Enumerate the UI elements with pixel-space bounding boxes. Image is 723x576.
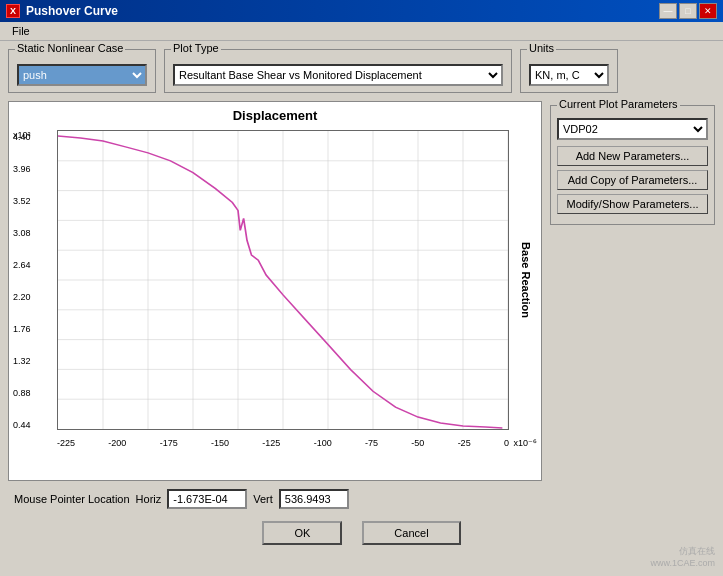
minimize-button[interactable]: —	[659, 3, 677, 19]
mouse-pointer-bar: Mouse Pointer Location Horiz Vert	[8, 485, 542, 513]
y-tick-6: 3.08	[13, 228, 57, 238]
units-label: Units	[527, 42, 556, 54]
current-plot-select[interactable]: VDP02	[557, 118, 708, 140]
current-plot-group: Current Plot Parameters VDP02 Add New Pa…	[550, 105, 715, 225]
x-tick-8: -25	[458, 438, 471, 448]
chart-area: Displacement x10³ 0.44 0.88 1.32 1.76 2.…	[8, 101, 715, 513]
chart-wrapper: Displacement x10³ 0.44 0.88 1.32 1.76 2.…	[8, 101, 542, 513]
x-tick-2: -175	[160, 438, 178, 448]
units-group: Units KN, m, C	[520, 49, 618, 93]
app-icon: X	[6, 4, 20, 18]
chart-title: Displacement	[9, 102, 541, 125]
x-axis-ticks: -225 -200 -175 -150 -125 -100 -75 -50 -2…	[57, 438, 509, 448]
y-tick-1: 0.88	[13, 388, 57, 398]
menu-file[interactable]: File	[6, 24, 36, 38]
x-tick-0: -225	[57, 438, 75, 448]
x-tick-9: 0	[504, 438, 509, 448]
chart-svg	[58, 131, 508, 429]
y-tick-3: 1.76	[13, 324, 57, 334]
add-new-params-button[interactable]: Add New Parameters...	[557, 146, 708, 166]
static-nonlinear-select[interactable]: push	[17, 64, 147, 86]
horiz-label: Horiz	[136, 493, 162, 505]
y-axis-ticks: 0.44 0.88 1.32 1.76 2.20 2.64 3.08 3.52 …	[13, 132, 57, 430]
watermark-line1: 仿真在线	[650, 545, 715, 558]
top-controls: Static Nonlinear Case push Plot Type Res…	[8, 49, 715, 93]
window-title: Pushover Curve	[26, 4, 118, 18]
modify-show-params-button[interactable]: Modify/Show Parameters...	[557, 194, 708, 214]
window-controls[interactable]: — □ ✕	[659, 3, 717, 19]
y-axis-label-container: Base Reaction	[515, 130, 537, 430]
vert-value[interactable]	[279, 489, 349, 509]
x-tick-5: -100	[314, 438, 332, 448]
y-tick-5: 2.64	[13, 260, 57, 270]
close-button[interactable]: ✕	[699, 3, 717, 19]
menu-bar: File	[0, 22, 723, 41]
current-plot-label: Current Plot Parameters	[557, 98, 680, 110]
title-bar: X Pushover Curve — □ ✕	[0, 0, 723, 22]
x-tick-7: -50	[411, 438, 424, 448]
x-tick-4: -125	[262, 438, 280, 448]
horiz-value[interactable]	[167, 489, 247, 509]
x-tick-3: -150	[211, 438, 229, 448]
cancel-button[interactable]: Cancel	[362, 521, 460, 545]
x-tick-1: -200	[108, 438, 126, 448]
plot-area	[57, 130, 509, 430]
units-select[interactable]: KN, m, C	[529, 64, 609, 86]
vert-label: Vert	[253, 493, 273, 505]
right-panel: Current Plot Parameters VDP02 Add New Pa…	[550, 101, 715, 513]
y-tick-4: 2.20	[13, 292, 57, 302]
y-tick-9: 4.40	[13, 132, 57, 142]
plot-type-select[interactable]: Resultant Base Shear vs Monitored Displa…	[173, 64, 503, 86]
static-nonlinear-group: Static Nonlinear Case push	[8, 49, 156, 93]
main-content: Static Nonlinear Case push Plot Type Res…	[0, 41, 723, 553]
y-tick-7: 3.52	[13, 196, 57, 206]
y-axis-label: Base Reaction	[520, 242, 532, 318]
chart-container: Displacement x10³ 0.44 0.88 1.32 1.76 2.…	[8, 101, 542, 481]
x-tick-6: -75	[365, 438, 378, 448]
plot-type-label: Plot Type	[171, 42, 221, 54]
plot-type-group: Plot Type Resultant Base Shear vs Monito…	[164, 49, 512, 93]
pushover-curve	[58, 136, 502, 428]
ok-button[interactable]: OK	[262, 521, 342, 545]
mouse-pointer-label: Mouse Pointer Location	[14, 493, 130, 505]
y-tick-2: 1.32	[13, 356, 57, 366]
y-tick-8: 3.96	[13, 164, 57, 174]
maximize-button[interactable]: □	[679, 3, 697, 19]
add-copy-params-button[interactable]: Add Copy of Parameters...	[557, 170, 708, 190]
y-tick-0: 0.44	[13, 420, 57, 430]
x-exponent-label: x10⁻⁶	[513, 438, 537, 448]
watermark: 仿真在线 www.1CAE.com	[650, 545, 715, 568]
footer-buttons: OK Cancel	[8, 521, 715, 545]
static-nonlinear-label: Static Nonlinear Case	[15, 42, 125, 54]
watermark-line2: www.1CAE.com	[650, 558, 715, 568]
